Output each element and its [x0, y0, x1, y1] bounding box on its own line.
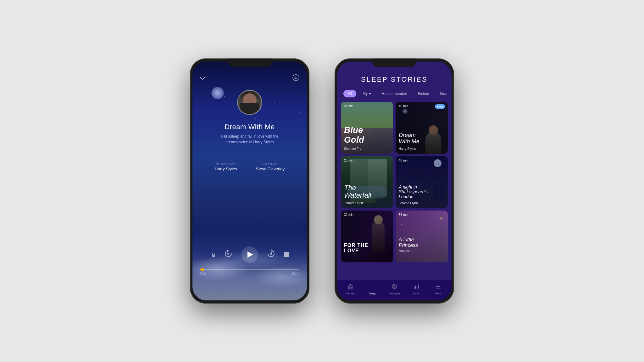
svg-text:15: 15 — [227, 253, 230, 255]
filter-my[interactable]: My ♥ — [358, 90, 375, 97]
story-card-waterfall[interactable]: 25 min TheWaterfall Tamara Levitt — [341, 156, 393, 208]
nav-more[interactable]: More — [427, 283, 449, 295]
player-top-bar — [192, 74, 307, 83]
story-card-blue-gold[interactable]: 24 min BlueGold Stephen Fry — [341, 102, 393, 154]
play-triangle-icon — [247, 251, 253, 258]
filter-fiction[interactable]: Fiction — [414, 90, 433, 97]
card-overlay-princess — [396, 211, 448, 262]
player-title-section: Dream With Me Fall asleep and fall in lo… — [192, 123, 307, 145]
left-phone: Dream With Me Fall asleep and fall in lo… — [190, 58, 309, 304]
time-total: 30:40 — [291, 272, 299, 275]
music-icon — [413, 283, 419, 291]
story-card-dream[interactable]: 40 min New DreamWith Me Harry Styles — [396, 102, 448, 154]
narrator-credit: NARRATOR Harry Styles — [215, 162, 237, 171]
narrator-avatar — [237, 90, 262, 115]
card-author: Stephen Fry — [344, 147, 361, 151]
nav-sleep[interactable]: Sleep — [362, 283, 384, 295]
player-screen: Dream With Me Fall asleep and fall in lo… — [192, 62, 307, 300]
nav-label-sleep: Sleep — [369, 292, 376, 295]
forward-button[interactable]: 15 — [267, 249, 275, 260]
filter-all[interactable]: All — [343, 90, 356, 97]
new-badge: New — [435, 104, 445, 109]
minimize-button[interactable] — [200, 75, 205, 82]
card-duration: 24 min — [344, 104, 353, 108]
stories-filters: All My ♥ Recommended Fiction Kids — [337, 87, 452, 100]
time-current: 0:20 — [200, 272, 206, 275]
player-subtitle: Fall asleep and fall in love with thedre… — [192, 134, 307, 145]
card-duration-shakespeare: 40 min — [399, 159, 408, 162]
stop-icon — [284, 252, 289, 257]
play-button[interactable] — [242, 246, 258, 263]
card-title-princess: A LittlePrincesschapter 1 — [399, 237, 445, 254]
card-overlay-love — [341, 211, 393, 262]
right-phone-screen: SLEEP STORies All My ♥ Recommended Ficti… — [337, 62, 452, 300]
rewind-button[interactable]: 15 — [224, 249, 233, 260]
sleep-moon-icon — [369, 283, 375, 291]
narrator-label: NARRATOR — [215, 162, 237, 165]
story-card-princess[interactable]: ❄ ✦ 33 min A LittlePrincesschapter 1 — [396, 211, 448, 262]
card-duration-princess: 33 min — [399, 213, 408, 217]
more-icon — [435, 283, 441, 291]
card-author-dream: Harry Styles — [399, 147, 416, 151]
author-credit: AUTHOR Steve Cleverley — [256, 162, 285, 171]
card-author-waterfall: Tamara Levitt — [344, 201, 363, 205]
player-title: Dream With Me — [192, 123, 307, 131]
card-author-shakespeare: Jerome Flynn — [399, 201, 418, 205]
svg-point-3 — [392, 284, 397, 289]
player-credits: NARRATOR Harry Styles AUTHOR Steve Cleve… — [192, 162, 307, 171]
nav-for-you[interactable]: For You — [340, 283, 362, 295]
home-icon — [347, 283, 354, 291]
card-duration-dream: 40 min — [399, 104, 408, 108]
card-overlay-waterfall — [341, 156, 393, 208]
author-label: AUTHOR — [256, 162, 285, 165]
svg-text:15: 15 — [270, 253, 272, 255]
avatar-figure — [238, 91, 261, 114]
clouds-decoration — [192, 231, 307, 300]
meditate-icon — [391, 283, 397, 291]
progress-times: 0:20 30:40 — [200, 272, 299, 275]
nav-label-music: Music — [413, 292, 420, 295]
nav-meditate[interactable]: Meditate — [383, 283, 405, 295]
card-title: BlueGold — [344, 125, 390, 145]
nav-music[interactable]: Music — [405, 283, 427, 295]
left-phone-notch — [228, 58, 272, 67]
progress-track[interactable] — [200, 269, 299, 270]
stop-button[interactable] — [284, 252, 289, 257]
equalizer-button[interactable] — [211, 252, 215, 257]
card-title-dream: DreamWith Me — [399, 132, 445, 145]
stories-title: SLEEP STORies — [343, 75, 445, 84]
svg-point-4 — [393, 286, 395, 288]
stories-grid: 24 min BlueGold Stephen Fry — [337, 100, 452, 264]
player-progress: 0:20 30:40 — [200, 269, 299, 275]
progress-dot — [201, 268, 204, 271]
filter-kids[interactable]: Kids — [436, 90, 452, 97]
left-phone-screen: Dream With Me Fall asleep and fall in lo… — [192, 62, 307, 300]
bottom-nav: For You Sleep Meditate — [337, 280, 452, 300]
narrator-name: Harry Styles — [215, 167, 237, 171]
player-controls: 15 15 — [192, 246, 307, 263]
card-duration-waterfall: 25 min — [344, 159, 353, 162]
stories-screen: SLEEP STORies All My ♥ Recommended Ficti… — [337, 62, 452, 300]
right-phone-notch — [372, 58, 416, 67]
nav-label-more: More — [435, 292, 441, 295]
card-duration-love: 32 min — [344, 213, 353, 217]
card-overlay-dream — [396, 102, 448, 154]
nav-label-meditate: Meditate — [389, 292, 400, 295]
card-overlay-shakespeare — [396, 156, 448, 208]
filter-recommended[interactable]: Recommended — [377, 90, 412, 97]
author-name: Steve Cleverley — [256, 167, 285, 171]
card-title-shakespeare: A night inShakespeare'sLondon — [399, 185, 445, 199]
download-button[interactable] — [292, 74, 299, 83]
story-card-love[interactable]: 32 min FOR THELOVE — [341, 211, 393, 262]
story-card-shakespeare[interactable]: 40 min A night inShakespeare'sLondon Jer… — [396, 156, 448, 208]
scene: Dream With Me Fall asleep and fall in lo… — [0, 0, 644, 362]
right-phone: SLEEP STORies All My ♥ Recommended Ficti… — [335, 58, 454, 304]
nav-label-for-you: For You — [346, 292, 355, 295]
card-title-waterfall: TheWaterfall — [344, 184, 390, 199]
card-title-love: FOR THELOVE — [344, 243, 390, 254]
